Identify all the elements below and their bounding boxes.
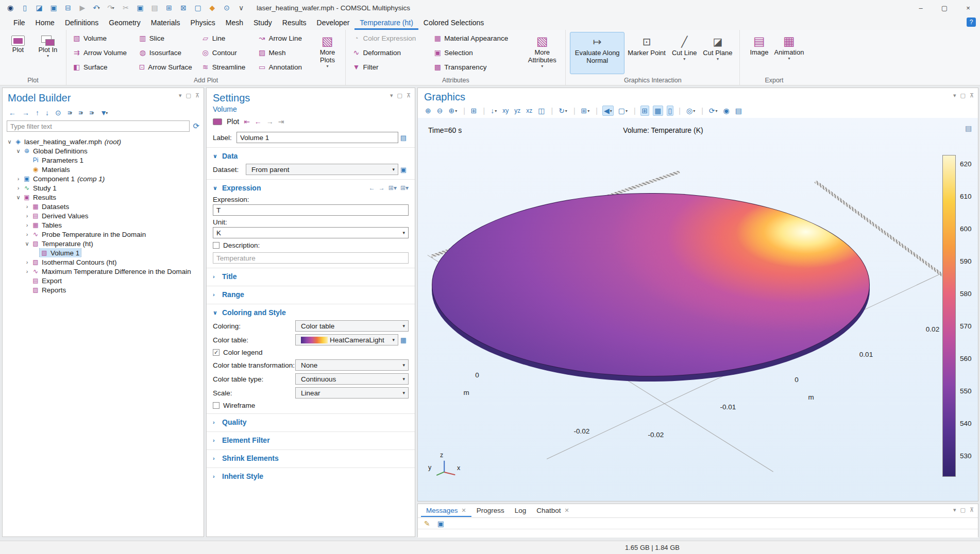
plot-icon[interactable] (213, 118, 222, 125)
dropdown-caret-icon[interactable]: ▾ (716, 109, 718, 113)
quick-access-icon[interactable]: ◆ (206, 2, 218, 13)
graphics-toolbar-icon[interactable]: ⊕▾ (447, 106, 458, 115)
model-builder-toolbar-icon[interactable]: ≡▾ (77, 108, 84, 117)
graphics-toolbar-icon[interactable]: | (677, 106, 682, 115)
replace-expression-icon[interactable]: ⊞▾ (388, 184, 397, 192)
model-builder-toolbar-icon[interactable]: → (21, 108, 30, 117)
ribbon-tab[interactable]: Developer (312, 16, 355, 30)
section-header-collapsed[interactable]: ›Title (207, 271, 415, 282)
model-builder-toolbar-icon[interactable]: ↓ (44, 108, 50, 117)
close-tab-icon[interactable]: ✕ (565, 507, 569, 514)
export-button[interactable]: ▦Animation▾ (774, 32, 804, 74)
ribbon-item[interactable]: ∿Deformation (350, 46, 426, 59)
model-builder-toolbar-icon[interactable]: ≡▾ (66, 108, 73, 117)
model-builder-toolbar-icon[interactable]: ⊙ (54, 108, 62, 117)
tree-item[interactable]: ▨Reports (3, 285, 204, 295)
help-icon[interactable]: ? (967, 18, 976, 27)
tree-item[interactable]: ›▣Component 1(comp 1) (3, 174, 204, 183)
graphics-toolbar-icon[interactable]: ▦ (653, 106, 663, 116)
dropdown-caret-icon[interactable]: ▾ (626, 109, 628, 113)
plot-nav-icon[interactable]: → (266, 117, 274, 126)
section-header-data[interactable]: ∨Data (207, 151, 415, 161)
graphics-interaction-button[interactable]: ↦Evaluate Along Normal (570, 32, 624, 74)
ribbon-tab[interactable]: Study (248, 16, 277, 30)
model-builder-toolbar-icon[interactable]: ▼▾ (99, 108, 109, 117)
tree-item[interactable]: ›▧Isothermal Contours (ht) (3, 257, 204, 267)
close-tab-icon[interactable]: ✕ (462, 507, 466, 514)
tree-item[interactable]: ◉Materials (3, 165, 204, 174)
quick-access-icon[interactable]: ▣ (47, 2, 60, 13)
dropdown-caret-icon[interactable]: ▾ (112, 6, 114, 10)
ribbon-item[interactable]: ◧Surface (71, 61, 131, 73)
more-plots-button[interactable]: ▧ More Plots ▾ (313, 32, 341, 74)
color-table-transformation-select[interactable]: None▾ (295, 359, 409, 371)
messages-toolbar-icon[interactable]: ✎ (423, 519, 431, 528)
graphics-toolbar-icon[interactable]: | (462, 106, 466, 115)
information-tab[interactable]: Log (510, 505, 532, 517)
ribbon-item[interactable]: ↝Arrow Line (256, 32, 309, 44)
tree-expander-icon[interactable]: › (23, 203, 31, 210)
ribbon-item[interactable]: ▨Mesh (256, 46, 309, 59)
panel-menu-icon[interactable]: ▾ (179, 92, 182, 99)
tree-item[interactable]: ›▤Derived Values (3, 211, 204, 220)
quick-access-icon[interactable]: ⊟ (62, 2, 74, 13)
float-panel-icon[interactable]: ▢ (186, 92, 191, 99)
wireframe-checkbox[interactable] (213, 402, 219, 409)
next-expression-icon[interactable]: → (379, 184, 385, 192)
graphics-interaction-button[interactable]: ╱Cut Line▾ (669, 32, 700, 75)
ribbon-tab[interactable]: Results (277, 16, 312, 30)
panel-menu-icon[interactable]: ▾ (953, 507, 956, 513)
float-panel-icon[interactable]: ▢ (960, 92, 966, 99)
ribbon-item[interactable]: ◔Color Expression (350, 32, 426, 44)
messages-toolbar-icon[interactable]: ▣ (436, 519, 445, 528)
wafer-temperature-surface[interactable] (432, 193, 870, 376)
ribbon-tab[interactable]: Geometry (104, 16, 145, 30)
quick-access-icon[interactable]: ∨ (235, 2, 247, 13)
quick-access-icon[interactable]: ↶▾ (91, 2, 103, 13)
ribbon-tab[interactable]: Definitions (60, 16, 104, 30)
quick-access-icon[interactable]: ▶ (76, 2, 89, 13)
description-checkbox[interactable] (213, 242, 219, 249)
ribbon-item[interactable]: ▼Filter (350, 61, 426, 73)
pin-panel-icon[interactable]: ⊼ (195, 92, 199, 99)
ribbon-item[interactable]: ⇉Arrow Volume (71, 46, 131, 59)
float-panel-icon[interactable]: ▢ (397, 92, 402, 99)
refresh-icon[interactable]: ⟳ (193, 122, 199, 131)
tree-item[interactable]: ∨▣Results (3, 193, 204, 202)
graphics-toolbar-icon[interactable]: ▤ (734, 106, 743, 115)
quick-access-icon[interactable]: ⊙ (221, 2, 233, 13)
quick-access-icon[interactable]: ↷▾ (105, 2, 117, 13)
tree-expander-icon[interactable]: ∨ (23, 240, 31, 247)
graphics-toolbar-icon[interactable]: ↓▾ (489, 106, 498, 115)
prev-expression-icon[interactable]: ← (369, 184, 375, 192)
plot-document-icon[interactable]: ▤ (965, 124, 972, 132)
ribbon-item[interactable]: ▣Selection (431, 46, 518, 59)
graphics-toolbar-icon[interactable]: ◀▾ (602, 106, 614, 116)
ribbon-item[interactable]: ▱Line (199, 32, 251, 44)
tree-expander-icon[interactable]: ∨ (6, 138, 13, 145)
quick-access-icon[interactable]: ✂ (120, 2, 132, 13)
tree-filter-input[interactable] (7, 120, 190, 132)
graphics-toolbar-icon[interactable]: ◫ (537, 106, 546, 115)
ribbon-tab[interactable]: Temperature (ht) (354, 16, 418, 30)
panel-menu-icon[interactable]: ▾ (953, 92, 956, 99)
ribbon-item[interactable]: ≋Streamline (199, 61, 251, 73)
graphics-interaction-button[interactable]: ⊡Marker Point (624, 32, 669, 75)
section-header-coloring[interactable]: ∨Coloring and Style (207, 307, 415, 318)
graphics-toolbar-icon[interactable]: | (594, 106, 599, 115)
plot-nav-icon[interactable]: ← (255, 117, 262, 126)
quick-access-icon[interactable]: ◪ (33, 2, 45, 13)
graphics-toolbar-icon[interactable]: | (549, 106, 554, 115)
information-tab[interactable]: Progress (471, 505, 510, 517)
graphics-toolbar-icon[interactable]: ↻▾ (557, 106, 568, 115)
dropdown-caret-icon[interactable]: ▾ (495, 109, 497, 113)
pin-panel-icon[interactable]: ⊼ (407, 92, 411, 99)
information-tab[interactable]: Chatbot✕ (531, 505, 575, 517)
tree-item[interactable]: ∨◈laser_heating_wafer.mph(root) (3, 137, 204, 146)
ribbon-item[interactable]: ▭Annotation (256, 61, 309, 73)
quick-access-icon[interactable]: ◉ (4, 2, 16, 13)
dropdown-caret-icon[interactable]: ▾ (693, 109, 695, 113)
expression-input[interactable] (213, 204, 409, 216)
ribbon-tab[interactable]: Physics (185, 16, 221, 30)
insert-expression-icon[interactable]: ⊞▾ (400, 184, 409, 192)
